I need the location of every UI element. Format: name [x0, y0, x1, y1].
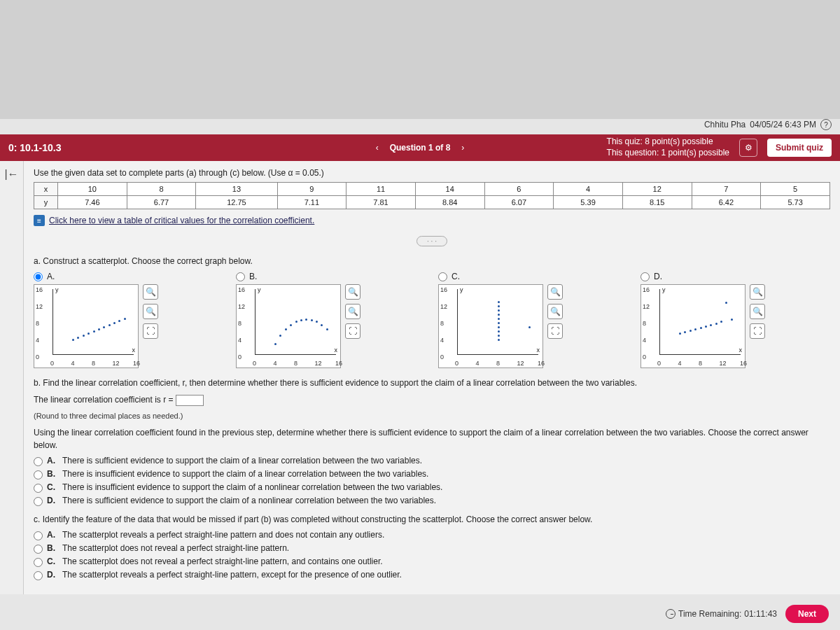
- section-label: 0: 10.1-10.3: [8, 142, 62, 153]
- table-cell: 5: [761, 183, 830, 196]
- time-remaining: Time Remaining: 01:11:43: [666, 609, 777, 619]
- partb-option-text: There is insufficient evidence to suppor…: [62, 482, 442, 492]
- table-cell: 12.75: [196, 196, 277, 209]
- part-b-intro: b. Find the linear correlation coefficie…: [34, 377, 830, 389]
- user-info: Chhitu Pha 04/05/24 6:43 PM ?: [704, 119, 832, 130]
- table-cell: 10: [58, 183, 127, 196]
- partc-radio-d[interactable]: [34, 571, 43, 580]
- table-cell: 13: [196, 183, 277, 196]
- table-cell: 8.84: [415, 196, 484, 209]
- next-question-button[interactable]: ›: [456, 140, 470, 155]
- partb-radio-b[interactable]: [34, 470, 43, 479]
- table-cell: 8.15: [622, 196, 692, 209]
- data-table: x1081391114641275y7.466.7712.757.117.818…: [34, 182, 830, 209]
- user-datetime: 04/05/24 6:43 PM: [750, 120, 816, 130]
- user-name: Chhitu Pha: [704, 120, 746, 130]
- table-cell: 5.39: [554, 196, 623, 209]
- gear-icon[interactable]: ⚙: [739, 139, 757, 157]
- table-cell: 14: [415, 183, 484, 196]
- scatterplot-b: yx16128400481216: [236, 284, 341, 368]
- clock-icon: [666, 609, 676, 619]
- table-row-header: y: [34, 196, 58, 209]
- zoom-out-icon[interactable]: 🔍: [750, 304, 765, 319]
- zoom-in-icon[interactable]: 🔍: [750, 284, 765, 300]
- zoom-in-icon[interactable]: 🔍: [345, 284, 360, 300]
- partb-option-text: There is insufficient evidence to suppor…: [62, 469, 428, 479]
- partb-radio-d[interactable]: [34, 497, 43, 506]
- scatterplot-d: yx16128400481216: [640, 284, 746, 368]
- zoom-out-icon[interactable]: 🔍: [345, 304, 360, 319]
- part-a-label: a. Construct a scatterplot. Choose the c…: [34, 256, 830, 266]
- choice-label: B.: [249, 272, 257, 281]
- zoom-in-icon[interactable]: 🔍: [143, 284, 158, 300]
- expand-icon[interactable]: ⛶: [143, 323, 158, 339]
- table-cell: 11: [346, 183, 416, 196]
- table-cell: 8: [127, 183, 196, 196]
- part-b-followup: Using the linear correlation coefficient…: [34, 426, 830, 451]
- table-cell: 12: [622, 183, 692, 196]
- submit-quiz-button[interactable]: Submit quiz: [767, 139, 832, 157]
- part-b-input-line: The linear correlation coefficient is r …: [34, 393, 830, 406]
- partc-option-text: The scatterplot reveals a perfect straig…: [62, 570, 402, 580]
- part-b-options: A.There is sufficient evidence to suppor…: [34, 456, 830, 506]
- zoom-in-icon[interactable]: 🔍: [547, 284, 563, 300]
- next-button[interactable]: Next: [785, 605, 829, 623]
- prev-question-button[interactable]: ‹: [370, 140, 384, 155]
- choice-radio-b[interactable]: [236, 272, 245, 281]
- r-input[interactable]: [176, 395, 204, 406]
- choice-radio-c[interactable]: [438, 272, 447, 281]
- critical-values-link[interactable]: Click here to view a table of critical v…: [49, 216, 314, 225]
- question-points: This question: 1 point(s) possible: [607, 148, 729, 159]
- table-row-header: x: [34, 183, 58, 196]
- expand-icon[interactable]: ⛶: [750, 323, 765, 339]
- choice-label: D.: [654, 272, 662, 281]
- partb-radio-c[interactable]: [34, 484, 43, 493]
- help-icon[interactable]: ?: [820, 119, 832, 130]
- table-cell: 6.77: [127, 196, 196, 209]
- partb-radio-a[interactable]: [34, 457, 43, 466]
- choice-radio-a[interactable]: [34, 272, 43, 281]
- table-cell: 4: [554, 183, 623, 196]
- partb-option-text: There is sufficient evidence to support …: [62, 456, 422, 465]
- scatterplot-a: yx16128400481216: [34, 284, 139, 368]
- scatterplot-c: yx16128400481216: [438, 284, 543, 368]
- part-b-round-note: (Round to three decimal places as needed…: [34, 410, 830, 422]
- document-icon: ≡: [34, 215, 45, 226]
- table-cell: 6.42: [692, 196, 761, 209]
- zoom-out-icon[interactable]: 🔍: [143, 304, 158, 319]
- choice-label: A.: [47, 272, 55, 281]
- zoom-out-icon[interactable]: 🔍: [547, 304, 563, 319]
- partc-option-text: The scatterplot does not reveal a perfec…: [62, 556, 383, 566]
- partb-option-text: There is sufficient evidence to support …: [62, 496, 436, 505]
- question-counter: Question 1 of 8: [390, 143, 451, 153]
- table-cell: 6: [484, 183, 554, 196]
- quiz-header: 0: 10.1-10.3 ‹ Question 1 of 8 › This qu…: [0, 134, 840, 161]
- choice-radio-d[interactable]: [640, 272, 650, 281]
- partc-option-text: The scatterplot does not reveal a perfec…: [62, 543, 289, 553]
- table-cell: 5.73: [761, 196, 830, 209]
- table-cell: 7.11: [277, 196, 346, 209]
- table-cell: 7.46: [58, 196, 127, 209]
- expand-icon[interactable]: ⛶: [345, 323, 360, 339]
- partc-option-text: The scatterplot reveals a perfect straig…: [62, 530, 384, 540]
- table-cell: 9: [277, 183, 346, 196]
- sidebar: |←: [0, 161, 24, 594]
- table-cell: 7.81: [346, 196, 416, 209]
- partc-radio-b[interactable]: [34, 545, 43, 554]
- instruction-text: Use the given data set to complete parts…: [34, 168, 830, 178]
- part-c-intro: c. Identify the feature of the data that…: [34, 513, 830, 526]
- partc-radio-c[interactable]: [34, 558, 43, 567]
- divider-pill[interactable]: · · ·: [416, 236, 447, 246]
- part-c-options: A.The scatterplot reveals a perfect stra…: [34, 530, 830, 580]
- table-cell: 6.07: [484, 196, 554, 209]
- partc-radio-a[interactable]: [34, 531, 43, 540]
- collapse-sidebar-icon[interactable]: |←: [4, 168, 18, 594]
- table-cell: 7: [692, 183, 761, 196]
- choice-label: C.: [451, 272, 460, 281]
- quiz-points: This quiz: 8 point(s) possible: [607, 136, 729, 148]
- expand-icon[interactable]: ⛶: [547, 323, 563, 339]
